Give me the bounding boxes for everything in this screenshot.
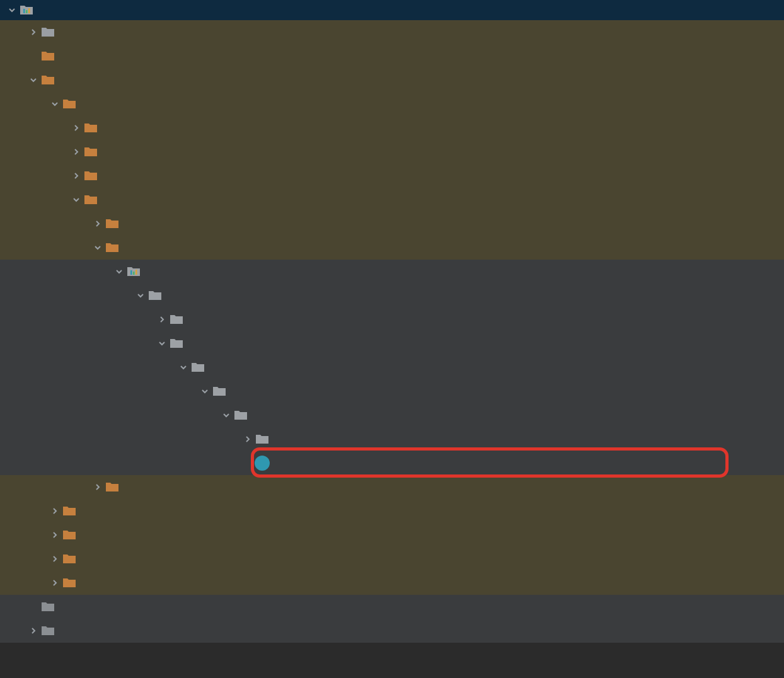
chevron-down-icon[interactable] bbox=[26, 76, 40, 84]
tree-row-router[interactable] bbox=[0, 379, 784, 403]
chevron-down-icon[interactable] bbox=[91, 243, 105, 252]
chevron-right-icon[interactable] bbox=[26, 28, 40, 37]
folder-icon bbox=[83, 144, 98, 159]
chevron-right-icon[interactable] bbox=[26, 626, 40, 635]
folder-icon bbox=[62, 575, 77, 590]
chevron-down-icon[interactable] bbox=[155, 339, 169, 348]
tree-row-build[interactable] bbox=[0, 68, 784, 92]
package-icon bbox=[233, 408, 248, 423]
chevron-down-icon[interactable] bbox=[219, 411, 233, 420]
tree-row-kaptkotlin[interactable] bbox=[0, 475, 784, 499]
folder-icon bbox=[83, 192, 98, 207]
folder-icon bbox=[105, 216, 120, 231]
folder-icon bbox=[40, 72, 55, 88]
chevron-right-icon[interactable] bbox=[48, 554, 62, 563]
chevron-down-icon[interactable] bbox=[5, 6, 19, 14]
tree-row-root[interactable] bbox=[0, 0, 784, 20]
chevron-down-icon[interactable] bbox=[48, 100, 62, 108]
tree-row-intermediates[interactable] bbox=[0, 499, 784, 523]
folder-icon bbox=[105, 480, 120, 495]
package-icon bbox=[212, 384, 227, 399]
tree-row-alibaba[interactable] bbox=[0, 307, 784, 331]
tree-row-kapt[interactable] bbox=[0, 236, 784, 260]
tree-row-generated[interactable] bbox=[0, 92, 784, 116]
package-icon bbox=[190, 360, 205, 375]
folder-icon bbox=[62, 551, 77, 566]
folder-icon bbox=[40, 623, 55, 638]
project-tree bbox=[0, 0, 784, 643]
tree-row-sankuai[interactable] bbox=[0, 331, 784, 355]
tree-row-tmp[interactable] bbox=[0, 571, 784, 595]
tree-row-ap-generated-sources[interactable] bbox=[0, 116, 784, 140]
folder-icon bbox=[62, 503, 77, 519]
tree-row-buildconfig[interactable] bbox=[0, 212, 784, 236]
chevron-right-icon[interactable] bbox=[48, 578, 62, 587]
chevron-down-icon[interactable] bbox=[176, 363, 190, 372]
tree-row-data-binding[interactable] bbox=[0, 140, 784, 164]
folder-icon bbox=[83, 168, 98, 183]
chevron-right-icon[interactable] bbox=[48, 531, 62, 539]
folder-icon bbox=[62, 96, 77, 112]
tree-row-src[interactable] bbox=[0, 619, 784, 643]
tree-row-cxx[interactable] bbox=[0, 20, 784, 44]
module-icon bbox=[19, 3, 34, 18]
folder-icon bbox=[105, 240, 120, 255]
sources-root-icon bbox=[126, 264, 141, 279]
tree-row-outputs[interactable] bbox=[0, 547, 784, 571]
class-icon bbox=[255, 456, 270, 471]
tree-row-generated-inner[interactable] bbox=[0, 403, 784, 427]
chevron-down-icon[interactable] bbox=[69, 195, 83, 204]
chevron-right-icon[interactable] bbox=[48, 507, 62, 515]
folder-icon bbox=[40, 49, 55, 64]
chevron-right-icon[interactable] bbox=[69, 171, 83, 180]
tree-row-gradle[interactable] bbox=[0, 44, 784, 68]
tree-row-source[interactable] bbox=[0, 188, 784, 212]
chevron-down-icon[interactable] bbox=[112, 267, 126, 276]
chevron-down-icon[interactable] bbox=[134, 291, 147, 300]
tree-row-class-file[interactable] bbox=[0, 451, 784, 475]
tree-row-waimai[interactable] bbox=[0, 355, 784, 379]
folder-icon bbox=[62, 527, 77, 543]
package-icon bbox=[169, 312, 184, 327]
tree-row-com[interactable] bbox=[0, 284, 784, 307]
folder-icon bbox=[40, 25, 55, 40]
tree-row-res[interactable] bbox=[0, 164, 784, 188]
tree-row-kotlin[interactable] bbox=[0, 523, 784, 547]
package-icon bbox=[169, 336, 184, 351]
package-icon bbox=[147, 288, 163, 303]
tree-row-libs[interactable] bbox=[0, 595, 784, 619]
folder-icon bbox=[83, 120, 98, 135]
package-icon bbox=[255, 432, 270, 447]
chevron-right-icon[interactable] bbox=[155, 315, 169, 324]
tree-row-service[interactable] bbox=[0, 427, 784, 451]
chevron-right-icon[interactable] bbox=[91, 219, 105, 228]
chevron-right-icon[interactable] bbox=[91, 483, 105, 491]
chevron-right-icon[interactable] bbox=[69, 147, 83, 156]
chevron-right-icon[interactable] bbox=[69, 124, 83, 132]
chevron-down-icon[interactable] bbox=[198, 387, 212, 396]
tree-row-debug-main[interactable] bbox=[0, 260, 784, 284]
chevron-right-icon[interactable] bbox=[241, 435, 255, 444]
folder-icon bbox=[40, 599, 55, 614]
